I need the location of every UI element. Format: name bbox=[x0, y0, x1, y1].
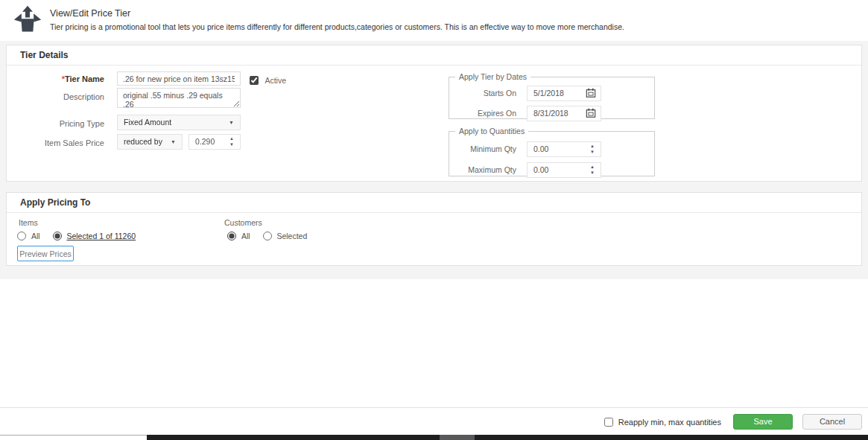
items-radio-group: All Selected 1 of 11260 bbox=[17, 231, 136, 240]
spinner-down-icon[interactable]: ▼ bbox=[588, 149, 597, 155]
customers-selected-radio[interactable] bbox=[263, 232, 272, 240]
calendar-icon[interactable] bbox=[585, 108, 597, 120]
chevron-down-icon: ▼ bbox=[171, 135, 176, 149]
chevron-down-icon: ▼ bbox=[229, 115, 234, 130]
items-all-label[interactable]: All bbox=[31, 232, 40, 240]
minimum-qty-stepper[interactable]: 0.00 ▲▼ bbox=[527, 141, 601, 157]
starts-on-label: Starts On bbox=[449, 89, 516, 98]
apply-pricing-title: Apply Pricing To bbox=[7, 193, 861, 213]
items-all-radio[interactable] bbox=[17, 232, 26, 240]
spinner-up-icon[interactable]: ▲ bbox=[227, 135, 236, 141]
customers-all-radio[interactable] bbox=[227, 232, 236, 240]
pricing-type-select[interactable]: Fixed Amount ▼ bbox=[117, 115, 241, 130]
price-tier-page: View/Edit Price Tier Tier pricing is a p… bbox=[0, 0, 868, 440]
save-button[interactable]: Save bbox=[733, 414, 793, 430]
items-selected-link[interactable]: Selected 1 of 11260 bbox=[66, 232, 136, 240]
spinner-down-icon[interactable]: ▼ bbox=[227, 141, 236, 147]
active-checkbox[interactable] bbox=[250, 76, 259, 85]
customers-selected-label[interactable]: Selected bbox=[276, 232, 307, 240]
quantities-legend: Apply to Quantities bbox=[455, 127, 528, 135]
scrollbar-track-light bbox=[0, 435, 147, 440]
page-header: View/Edit Price Tier Tier pricing is a p… bbox=[0, 0, 868, 41]
cancel-button[interactable]: Cancel bbox=[802, 414, 862, 430]
tier-details-title: Tier Details bbox=[7, 45, 861, 66]
price-mode-select[interactable]: reduced by ▼ bbox=[117, 134, 183, 150]
content-area: Tier Details *Tier Name Active Descripti… bbox=[0, 41, 868, 279]
customers-radio-group: All Selected bbox=[227, 231, 317, 240]
customers-all-label[interactable]: All bbox=[241, 232, 250, 240]
apply-to-quantities-group: Apply to Quantities Minimum Qty 0.00 ▲▼ … bbox=[449, 127, 655, 176]
active-label: Active bbox=[264, 76, 286, 85]
apply-pricing-panel: Apply Pricing To Items All Selected 1 of… bbox=[6, 192, 862, 266]
footer-bar: Reapply min, max quantities Save Cancel bbox=[0, 407, 868, 435]
items-label: Items bbox=[19, 218, 38, 227]
customers-label: Customers bbox=[224, 218, 262, 227]
maximum-qty-stepper[interactable]: 0.00 ▲▼ bbox=[527, 162, 601, 178]
page-title: View/Edit Price Tier bbox=[50, 8, 130, 19]
horizontal-scrollbar bbox=[0, 435, 868, 440]
spinner-up-icon[interactable]: ▲ bbox=[588, 143, 597, 149]
description-textarea[interactable]: original .55 minus .29 equals .26 bbox=[117, 88, 241, 108]
open-box-icon bbox=[12, 5, 43, 36]
reapply-checkbox[interactable] bbox=[604, 418, 613, 427]
tier-details-panel: Tier Details *Tier Name Active Descripti… bbox=[6, 45, 862, 182]
apply-tier-by-dates-group: Apply Tier by Dates Starts On 5/1/2018 E… bbox=[449, 72, 655, 119]
spinner-up-icon[interactable]: ▲ bbox=[588, 164, 597, 170]
items-selected-radio[interactable] bbox=[53, 232, 62, 240]
maximum-qty-label: Maximum Qty bbox=[449, 165, 516, 174]
page-subtitle: Tier pricing is a promotional tool that … bbox=[50, 22, 624, 31]
spinner-down-icon[interactable]: ▼ bbox=[588, 170, 597, 176]
minimum-qty-label: Minimum Qty bbox=[449, 144, 516, 153]
scrollbar-track-dark[interactable] bbox=[147, 435, 868, 440]
calendar-icon[interactable] bbox=[585, 88, 597, 100]
tier-name-input[interactable] bbox=[117, 71, 241, 86]
reapply-label: Reapply min, max quantities bbox=[618, 418, 721, 427]
tier-name-label: *Tier Name bbox=[7, 74, 104, 83]
price-amount-stepper[interactable]: 0.290 ▲▼ bbox=[189, 134, 241, 150]
expires-on-datepicker[interactable]: 8/31/2018 bbox=[527, 106, 601, 121]
expires-on-label: Expires On bbox=[449, 109, 516, 118]
dates-legend: Apply Tier by Dates bbox=[455, 72, 530, 81]
pricing-type-label: Pricing Type bbox=[7, 119, 104, 128]
scrollbar-thumb[interactable] bbox=[440, 435, 475, 440]
description-label: Description bbox=[7, 92, 104, 101]
starts-on-datepicker[interactable]: 5/1/2018 bbox=[527, 86, 601, 101]
preview-prices-button[interactable]: Preview Prices bbox=[17, 246, 74, 261]
item-sales-price-label: Item Sales Price bbox=[7, 138, 104, 147]
